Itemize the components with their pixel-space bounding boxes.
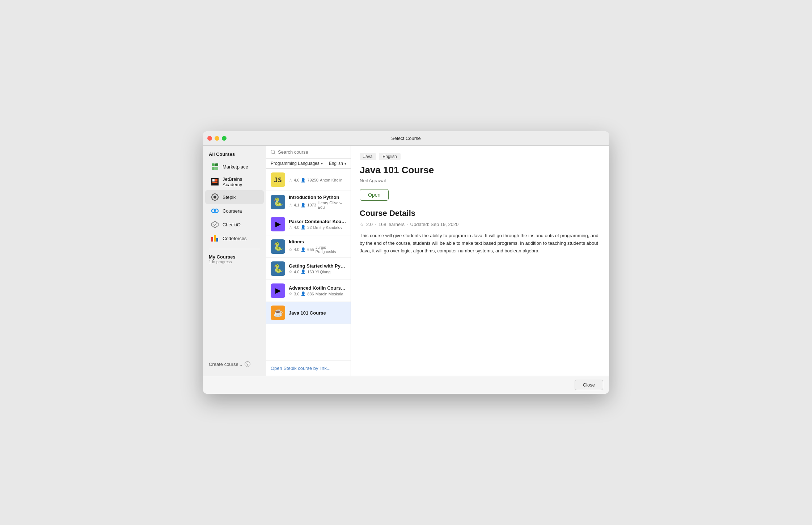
language-chevron-icon: ▾ [321,162,323,166]
minimize-traffic-light[interactable] [215,136,219,141]
course-list-panel: Programming Languages ▾ English ▾ JS [266,146,351,376]
coursera-icon [211,207,219,215]
course-info: Getting Started with Pytho... ☆ 4.0 👤 16… [289,263,346,274]
sidebar-item-stepik[interactable]: Stepik [205,190,264,204]
course-description: This course will give students the abili… [360,232,600,255]
course-meta: ☆ 3.0 👤 836 Marcin Moskala [289,291,346,296]
course-rating: 4.0 [294,270,299,274]
close-button[interactable]: Close [575,380,603,390]
course-name: Idioms [289,239,346,244]
course-meta: ☆ 4.0 👤 160 Yi Qiang [289,269,346,274]
sidebar-stepik-label: Stepik [223,195,236,200]
svg-rect-0 [212,163,215,166]
people-icon: 👤 [301,203,306,208]
course-thumb-python3: 🐍 [271,261,285,276]
people-icon: 👤 [301,247,306,252]
course-info: Introduction to Python ☆ 4.1 👤 1073 Henr… [289,195,346,209]
course-rating: 4.1 [294,203,299,207]
course-learners: 160 [307,270,314,274]
sidebar-item-marketplace[interactable]: Marketplace [205,160,264,174]
separator2: · [407,222,408,227]
lang-filter-dropdown[interactable]: English ▾ [329,161,346,166]
sidebar-marketplace-label: Marketplace [223,164,248,170]
detail-author: Neil Agrawal [360,178,600,183]
svg-rect-2 [215,163,218,166]
create-course-link[interactable]: Create course... [209,362,242,367]
sidebar-item-codeforces[interactable]: Codeforces [205,231,264,245]
main-window: Select Course All Courses Marketplace [203,131,609,394]
list-item[interactable]: JS ☆ 4.6 👤 79250 Anton Kholin [266,169,351,191]
open-course-button[interactable]: Open [360,189,389,201]
maximize-traffic-light[interactable] [222,136,227,141]
marketplace-icon [211,163,219,171]
list-item[interactable]: 🐍 Introduction to Python ☆ 4.1 👤 1073 He… [266,191,351,213]
course-thumb-js: JS [271,172,285,187]
course-info: Advanced Kotlin Course Kt... ☆ 3.0 👤 836… [289,285,346,296]
search-filter-header: Programming Languages ▾ English ▾ [266,146,351,169]
star-icon: ☆ [289,225,292,230]
detail-tags: Java English [360,153,600,160]
search-bar [266,146,351,159]
course-list: JS ☆ 4.6 👤 79250 Anton Kholin 🐍 [266,169,351,360]
course-name: Parser Combinator Koans [289,219,346,224]
svg-marker-12 [212,221,218,228]
course-author: Dmitry Kandalov [313,225,343,230]
course-details-meta: ☆ 2.0 · 168 learners · Updated: Sep 19, … [360,222,600,227]
window-title: Select Course [391,136,421,141]
star-icon: ☆ [289,247,292,252]
course-thumb-python: 🐍 [271,195,285,209]
course-rating: 4.0 [294,225,299,230]
course-author: Anton Kholin [320,178,342,182]
detail-panel: Java English Java 101 Course Neil Agrawa… [351,146,609,376]
detail-rating: 2.0 [366,222,373,227]
svg-point-9 [213,196,216,199]
close-traffic-light[interactable] [207,136,212,141]
tag-english: English [379,153,400,160]
sidebar-jetbrains-label: JetBrains Academy [223,176,258,187]
traffic-lights [207,136,227,141]
svg-line-17 [274,153,275,154]
course-thumb-java: ☕ [271,306,285,320]
star-icon: ☆ [289,203,292,208]
svg-rect-1 [212,167,215,170]
lang-filter-label: English [329,161,343,166]
course-name: Getting Started with Pytho... [289,263,346,269]
course-meta: ☆ 4.0 👤 32 Dmitry Kandalov [289,225,346,230]
course-info: Parser Combinator Koans ☆ 4.0 👤 32 Dmitr… [289,219,346,230]
course-learners: 1073 [307,203,316,207]
my-courses-section: My Courses 1 in progress [203,253,266,265]
people-icon: 👤 [301,269,306,274]
search-input[interactable] [278,149,346,155]
course-info: Idioms ☆ 4.0 👤 655 Jurgis Pralgauskis [289,239,346,254]
open-stepik-link[interactable]: Open Stepik course by link... [271,366,330,371]
detail-title: Java 101 Course [360,165,600,176]
course-author: Henry Oliver–Edu [318,201,346,209]
svg-rect-15 [216,238,218,242]
lang-chevron-icon: ▾ [344,162,346,166]
course-rating: 4.0 [294,247,299,252]
svg-rect-13 [211,237,213,242]
list-item[interactable]: 🐍 Getting Started with Pytho... ☆ 4.0 👤 … [266,258,351,280]
svg-rect-3 [215,167,218,170]
sidebar-item-checkio[interactable]: CheckiO [205,218,264,231]
sidebar-footer: Create course... ? [203,357,266,371]
language-filter-dropdown[interactable]: Programming Languages ▾ [271,161,323,166]
course-rating: 3.0 [294,292,299,296]
course-name: Advanced Kotlin Course Kt... [289,285,346,291]
svg-rect-5 [212,179,215,182]
codeforces-icon [211,234,219,242]
list-item[interactable]: 🐍 Idioms ☆ 4.0 👤 655 Jurgis Pralgauskis [266,235,351,258]
course-meta: ☆ 4.0 👤 655 Jurgis Pralgauskis [289,245,346,254]
sidebar-item-coursera[interactable]: Coursera [205,204,264,218]
list-item[interactable]: ▶ Parser Combinator Koans ☆ 4.0 👤 32 Dmi… [266,213,351,235]
sidebar-item-jetbrains[interactable]: JetBrains Academy [205,174,264,190]
list-item-java101[interactable]: ☕ Java 101 Course [266,302,351,324]
course-name: Java 101 Course [289,310,346,316]
detail-learners: 168 learners [378,222,405,227]
list-item[interactable]: ▶ Advanced Kotlin Course Kt... ☆ 3.0 👤 8… [266,280,351,302]
help-icon[interactable]: ? [245,361,250,367]
filter-bar: Programming Languages ▾ English ▾ [266,159,351,168]
svg-point-16 [271,150,275,154]
course-thumb-python2: 🐍 [271,239,285,254]
detail-updated: Updated: Sep 19, 2020 [410,222,459,227]
